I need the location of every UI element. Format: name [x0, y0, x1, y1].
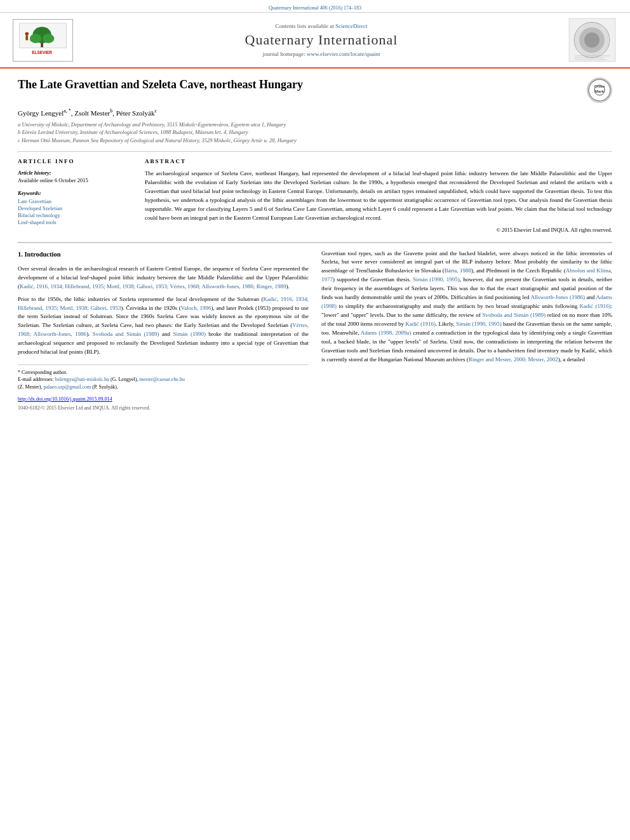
- svg-rect-1: [41, 43, 43, 47]
- svg-point-5: [25, 32, 29, 36]
- abstract-copyright: © 2015 Elsevier Ltd and INQUA. All right…: [145, 227, 612, 233]
- keyword-3: Bifacial technology: [18, 212, 132, 218]
- keyword-2: Developed Szeletian: [18, 205, 132, 211]
- email-1-link[interactable]: bolengyu@uni-miskolc.hu: [55, 377, 109, 382]
- elsevier-logo: ELSEVIER: [13, 19, 76, 62]
- banner-center: Contents lists available at ScienceDirec…: [76, 23, 566, 57]
- author-b-name: Zsolt Mester: [74, 109, 110, 117]
- svg-text:Mark: Mark: [595, 90, 605, 93]
- affiliations: a University of Miskolc, Department of A…: [18, 121, 612, 145]
- thick-divider: [18, 242, 612, 243]
- journal-title: Quaternary International: [76, 32, 566, 48]
- email-footnote-2: (Z. Mester), palaeo.szp@gmail.com (P. Sz…: [18, 383, 309, 390]
- abstract-column: ABSTRACT The archaeological sequence of …: [145, 158, 612, 233]
- svg-rect-6: [25, 36, 28, 40]
- svg-point-11: [584, 32, 600, 48]
- article-history-label: Article history:: [18, 170, 132, 176]
- homepage-link[interactable]: www.elsevier.com/locate/quaint: [307, 51, 380, 57]
- crossmark-icon: Cross Mark: [587, 77, 612, 103]
- author-a-name: György Lengyel: [18, 109, 64, 117]
- sciencedirect-link[interactable]: ScienceDirect: [335, 23, 367, 29]
- affiliation-b: b Eötvös Loránd University, Institute of…: [18, 128, 612, 137]
- right-paragraph-1: Gravettian tool types, such as the Grave…: [321, 250, 612, 364]
- affiliation-c: c Herman Ottó Museum, Pannon Sea Reposit…: [18, 137, 612, 145]
- svg-point-3: [30, 34, 41, 43]
- article-title-section: The Late Gravettian and Szeleta Cave, no…: [18, 77, 612, 103]
- article-title: The Late Gravettian and Szeleta Cave, no…: [18, 77, 580, 92]
- article-available: Available online 6 October 2015: [18, 177, 132, 183]
- doi-line: http://dx.doi.org/10.1016/j.quaint.2015.…: [18, 396, 309, 403]
- article-info-title: ARTICLE INFO: [18, 158, 132, 164]
- svg-text:ELSEVIER: ELSEVIER: [32, 50, 52, 55]
- body-columns: 1. Introduction Over several decades in …: [18, 250, 612, 413]
- keyword-1: Late Gravettian: [18, 198, 132, 204]
- author-c-name: Péter Szolyák: [116, 109, 155, 117]
- svg-point-4: [43, 34, 54, 43]
- corresponding-author-note: * Corresponding author.: [18, 369, 309, 376]
- issn-line: 1040-6182/© 2015 Elsevier Ltd and INQUA.…: [18, 404, 309, 412]
- corner-image: [566, 18, 617, 62]
- body-right-column: Gravettian tool types, such as the Grave…: [321, 250, 612, 413]
- doi-link[interactable]: http://dx.doi.org/10.1016/j.quaint.2015.…: [18, 396, 112, 402]
- author-b-sup: b: [110, 108, 112, 114]
- author-c-sup: c: [154, 108, 157, 114]
- intro-paragraph-1: Over several decades in the archaeologic…: [18, 265, 309, 291]
- journal-header: Quaternary International 406 (2016) 174–…: [0, 0, 630, 13]
- author-a-sup: a, *: [64, 108, 71, 114]
- email-footnote: E-mail addresses: bolengyu@uni-miskolc.h…: [18, 376, 309, 383]
- article-info-column: ARTICLE INFO Article history: Available …: [18, 158, 132, 233]
- email-2-link[interactable]: mester@caesar.elte.hu: [139, 377, 185, 382]
- info-abstract-columns: ARTICLE INFO Article history: Available …: [18, 158, 612, 233]
- footnote-section: * Corresponding author. E-mail addresses…: [18, 364, 309, 390]
- affiliation-a: a University of Miskolc, Department of A…: [18, 121, 612, 129]
- homepage-line: journal homepage: www.elsevier.com/locat…: [76, 51, 566, 57]
- abstract-title: ABSTRACT: [145, 158, 612, 164]
- keywords-title: Keywords:: [18, 190, 132, 196]
- abstract-text: The archaeological sequence of Szeleta C…: [145, 170, 612, 223]
- email-3-link[interactable]: palaeo.szp@gmail.com: [43, 384, 91, 390]
- intro-paragraph-2: Prior to the 1950s, the lithic industrie…: [18, 295, 309, 357]
- keyword-4: Leaf-shaped tools: [18, 219, 132, 225]
- journal-ref: Quaternary International 406 (2016) 174–…: [269, 5, 361, 11]
- crossmark: Cross Mark: [587, 77, 612, 103]
- authors-line: György Lengyela, *, Zsolt Mesterb, Péter…: [18, 108, 612, 117]
- section-divider-1: [18, 151, 612, 152]
- contents-line: Contents lists available at ScienceDirec…: [76, 23, 566, 29]
- journal-banner: ELSEVIER Contents lists available at Sci…: [0, 13, 630, 69]
- body-left-column: 1. Introduction Over several decades in …: [18, 250, 309, 413]
- intro-heading: 1. Introduction: [18, 250, 309, 260]
